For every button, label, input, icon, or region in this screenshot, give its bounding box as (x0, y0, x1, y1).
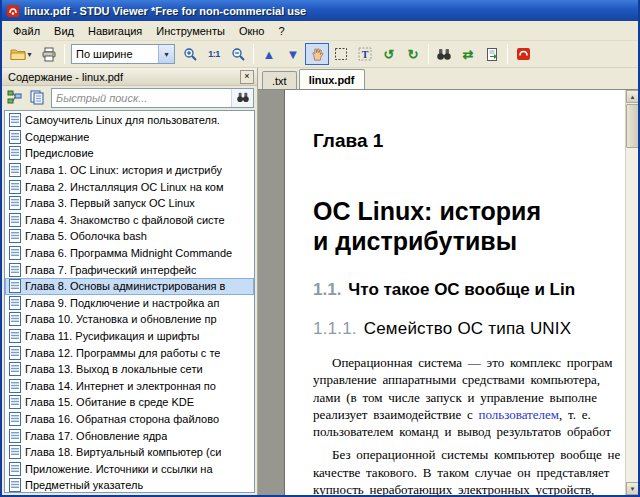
paragraph-text: реализует взаимодействие с (313, 407, 478, 422)
export-page-button[interactable] (480, 43, 504, 65)
toc-item-label: Глава 10. Установка и обновление пр (25, 313, 217, 325)
select-region-button[interactable] (329, 43, 353, 65)
rotate-right-button[interactable]: ↻ (401, 43, 425, 65)
toc-item[interactable]: Глава 7. Графический интерфейс (5, 261, 254, 278)
body-text: Операционная система — это комплекс прог… (313, 354, 625, 495)
document-icon (9, 146, 21, 160)
search-button[interactable] (432, 43, 456, 65)
hand-tool-button[interactable] (305, 43, 329, 65)
scroll-down-button[interactable]: ▼ (626, 482, 638, 495)
toc-item[interactable]: Глава 12. Программы для работы с те (5, 344, 254, 361)
document-icon (9, 445, 21, 459)
toc-item[interactable]: Глава 15. Обитание в среде KDE (5, 394, 254, 411)
paragraph-line: Операционная система — это комплекс прог… (313, 354, 625, 371)
printer-icon (41, 47, 57, 62)
toc-item[interactable]: Глава 18. Виртуальный компьютер (си (5, 444, 254, 461)
menu-view[interactable]: Вид (47, 22, 81, 40)
paragraph-line: реализует взаимодействие с пользователем… (313, 406, 625, 423)
actual-size-icon: 1:1 (208, 49, 220, 59)
zoom-in-button[interactable] (178, 43, 202, 65)
toc-item[interactable]: Содержание (5, 129, 254, 146)
zoom-out-button[interactable] (226, 43, 250, 65)
toc-item[interactable]: Предисловие (5, 145, 254, 162)
toc-item[interactable]: Глава 16. Обратная сторона файлово (5, 411, 254, 428)
document-icon (9, 229, 21, 243)
print-button[interactable] (37, 43, 61, 65)
open-button[interactable]: ▾ (5, 43, 37, 65)
menu-navigation[interactable]: Навигация (81, 22, 149, 40)
contents-panel-close-button[interactable]: × (240, 70, 254, 84)
document-viewport[interactable]: Глава 1 ОС Linux: история и дистрибутивы… (258, 89, 638, 495)
toc-item[interactable]: Глава 5. Оболочка bash (5, 228, 254, 245)
toc-item[interactable]: Глава 13. Выход в локальные сети (5, 361, 254, 378)
document-icon (9, 362, 21, 376)
toc-item[interactable]: Глава 8. Основы администрирования в (5, 278, 254, 295)
section-title: Что такое ОС вообще и Lin (348, 280, 575, 299)
titlebar[interactable]: linux.pdf - STDU Viewer *Free for non-co… (2, 0, 638, 21)
combo-dropdown-icon[interactable]: ▾ (158, 45, 174, 63)
toc-tree: Самоучитель Linux для пользователя. Соде… (4, 110, 255, 493)
toc-item[interactable]: Глава 2. Инсталляция ОС Linux на ком (5, 178, 254, 195)
contents-view-button[interactable] (5, 88, 25, 108)
toc-item[interactable]: Приложение. Источники и ссылки на (5, 460, 254, 477)
toc-item[interactable]: Предметный указатель (5, 477, 254, 493)
contents-panel-header: Содержание - linux.pdf × (2, 68, 257, 86)
toc-item-label: Глава 3. Первый запуск ОС Linux (25, 197, 195, 209)
paragraph-line: купность неработающих электронных устрой… (313, 481, 625, 495)
tab-txt[interactable]: .txt (262, 71, 297, 89)
thumbnails-view-button[interactable] (27, 88, 47, 108)
paragraph-line: Без операционной системы компьютер вообщ… (313, 446, 625, 463)
actual-size-button[interactable]: 1:1 (202, 43, 226, 65)
search-binoculars-icon (236, 91, 250, 106)
document-icon (9, 246, 21, 260)
toc-item[interactable]: Глава 4. Знакомство с файловой систе (5, 212, 254, 229)
document-icon (9, 462, 21, 476)
paragraph-line: качестве такового. В таком случае он пре… (313, 464, 625, 481)
menu-tools[interactable]: Инструменты (149, 22, 232, 40)
menu-help[interactable]: ? (271, 22, 291, 40)
toc-item[interactable]: Глава 14. Интернет и электронная по (5, 378, 254, 395)
toc-item[interactable]: Глава 1. ОС Linux: история и дистрибу (5, 162, 254, 179)
quick-search-go-button[interactable] (231, 89, 253, 107)
scrollbar-thumb[interactable] (626, 104, 638, 148)
toc-item-label: Глава 12. Программы для работы с те (25, 347, 220, 359)
next-page-button[interactable]: ▼ (281, 43, 305, 65)
zoom-mode-select[interactable]: По ширине ▾ (71, 44, 175, 64)
toc-item[interactable]: Глава 10. Установка и обновление пр (5, 311, 254, 328)
section-number: 1.1. (313, 280, 341, 299)
rotate-left-button[interactable]: ↺ (377, 43, 401, 65)
toc-item[interactable]: Самоучитель Linux для пользователя. (5, 112, 254, 129)
document-icon (9, 180, 21, 194)
quick-search-box (51, 88, 254, 108)
vertical-scrollbar[interactable]: ▲ ▼ (625, 90, 638, 495)
toc-item[interactable]: Глава 11. Русификация и шрифты (5, 328, 254, 345)
document-page: Глава 1 ОС Linux: история и дистрибутивы… (285, 90, 625, 495)
document-icon (9, 263, 21, 277)
document-title-line2: и дистрибутивы (313, 226, 625, 256)
menu-window[interactable]: Окно (232, 22, 272, 40)
switch-view-button[interactable]: ⇄ (456, 43, 480, 65)
polzovatelem-link[interactable]: пользователем (478, 407, 559, 422)
document-icon (9, 163, 21, 177)
toolbar: ▾ По ширине ▾ (2, 41, 638, 68)
binoculars-icon (436, 47, 452, 61)
quick-search-input[interactable] (52, 90, 231, 106)
toc-item[interactable]: Глава 3. Первый запуск ОС Linux (5, 195, 254, 212)
toc-item[interactable]: Глава 6. Программа Midnight Commande (5, 245, 254, 262)
document-pane: .txt linux.pdf Глава 1 ОС Linux: история… (258, 68, 638, 495)
scroll-up-button[interactable]: ▲ (626, 90, 638, 103)
previous-page-button[interactable]: ▲ (257, 43, 281, 65)
stdu-logo-button[interactable] (511, 43, 535, 65)
toc-item[interactable]: Глава 9. Подключение и настройка ап (5, 295, 254, 312)
subsection-heading: 1.1.1.Семейство ОС типа UNIX (313, 319, 625, 339)
document-icon (9, 379, 21, 393)
paragraph-line: пользователем команд и вывод результатов… (313, 423, 625, 440)
toc-item[interactable]: Глава 17. Обновление ядра (5, 427, 254, 444)
tab-linux-pdf[interactable]: linux.pdf (299, 69, 365, 89)
toc-item-label: Глава 6. Программа Midnight Commande (25, 247, 232, 259)
page-down-icon: ▼ (287, 48, 300, 61)
select-text-button[interactable]: T (353, 43, 377, 65)
select-text-icon: T (358, 47, 372, 61)
menu-file[interactable]: Файл (6, 22, 47, 40)
app-window: linux.pdf - STDU Viewer *Free for non-co… (0, 0, 640, 497)
